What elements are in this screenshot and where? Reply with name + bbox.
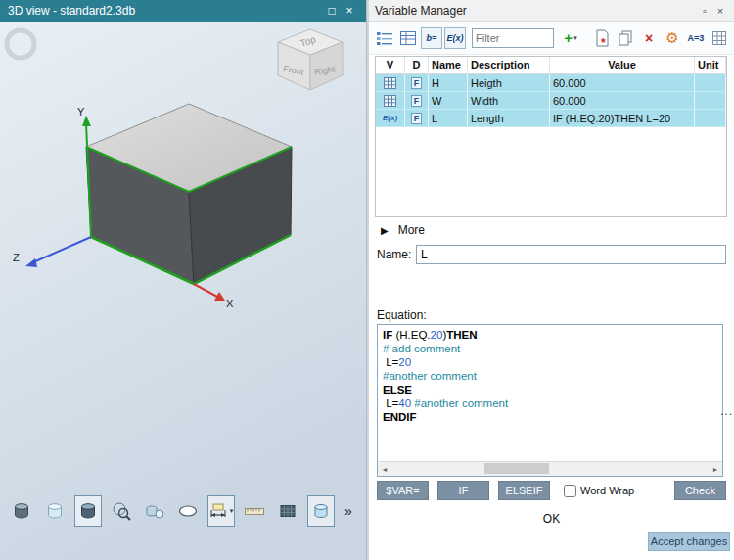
sketch-ellipse-button[interactable]: [174, 495, 202, 527]
equation-actions: $VAR= IF ELSEIF Word Wrap Check: [377, 481, 726, 500]
section-hatch-button[interactable]: [274, 495, 301, 527]
variable-toolbar: b= E(x) + ▾ * × ⚙ A=3: [369, 22, 734, 55]
cell-description: Heigth: [468, 74, 550, 91]
y-axis-label: Y: [77, 106, 85, 117]
table-row[interactable]: E(x)FLLengthIF (H.EQ.20)THEN L=20: [376, 110, 726, 127]
x-axis-label: X: [226, 298, 234, 309]
equation-editor[interactable]: IF (H.EQ.20)THEN# add comment L=20#anoth…: [378, 325, 722, 461]
formula-flag: F: [411, 95, 423, 107]
panel-close-icon[interactable]: ×: [712, 5, 728, 17]
3d-view-panel: 3D view - standard2.3db □ × Top: [0, 0, 366, 560]
variable-manager-panel: Variable Manager ▫ × b= E(x) + ▾: [369, 0, 734, 560]
column-header-v[interactable]: V: [376, 57, 405, 73]
restore-icon[interactable]: ▫: [697, 5, 712, 17]
list-view-icon[interactable]: [374, 27, 395, 49]
variables-table-header: V D Name Description Value Unit: [376, 57, 726, 74]
equation-ellipsis-button[interactable]: ...: [720, 404, 733, 418]
shaded-edges-view-button[interactable]: [74, 495, 102, 527]
equation-hscrollbar[interactable]: ◄ ►: [378, 461, 722, 476]
variable-table-body: FHHeigth60.000FWWidth60.000E(x)FLLengthI…: [376, 74, 726, 127]
3d-view-titlebar: 3D view - standard2.3db □ ×: [0, 0, 366, 22]
cell-value: IF (H.EQ.20)THEN L=20: [550, 110, 695, 126]
word-wrap-checkbox[interactable]: [564, 485, 576, 497]
equation-line: IF (H.EQ.20)THEN: [383, 328, 717, 342]
add-dropdown-icon: ▾: [573, 34, 577, 42]
more-expander[interactable]: ▶ More: [381, 223, 425, 237]
dimension-tool-button[interactable]: ▾: [207, 495, 235, 527]
variable-manager-header: Variable Manager ▫ ×: [369, 0, 734, 22]
cell-unit: [695, 92, 726, 109]
equation-line: ENDIF: [383, 410, 717, 424]
edit-variable-icon[interactable]: *: [591, 27, 613, 49]
viewport-background: [0, 22, 366, 560]
ok-button[interactable]: OK: [369, 512, 734, 526]
shading-options-button[interactable]: [141, 495, 168, 527]
cell-description: Width: [468, 92, 550, 109]
equation-line: #another comment: [383, 369, 717, 383]
evaluate-icon[interactable]: A=3: [685, 27, 707, 49]
table-view-icon[interactable]: [397, 27, 419, 49]
variables-table: V D Name Description Value Unit FHHeigth…: [375, 56, 727, 217]
view-toolbar: ▾ »: [8, 495, 352, 527]
equation-editor-frame: IF (H.EQ.20)THEN# add comment L=20#anoth…: [377, 324, 723, 477]
equation-line: L=20: [383, 355, 717, 369]
copy-variable-icon[interactable]: [615, 27, 636, 49]
shaded-view-button[interactable]: [8, 495, 35, 527]
settings-gear-icon[interactable]: ⚙: [662, 27, 683, 49]
equation-line: ELSE: [383, 383, 717, 397]
toolbar-overflow-chevron[interactable]: »: [344, 503, 352, 519]
plus-icon: +: [564, 29, 573, 46]
add-variable-button[interactable]: + ▾: [560, 27, 581, 49]
cell-value: 60.000: [550, 74, 695, 91]
scroll-right-icon[interactable]: ►: [709, 462, 722, 476]
close-icon[interactable]: ×: [341, 0, 358, 22]
expander-arrow-icon: ▶: [381, 225, 389, 236]
cell-v-icon: [376, 92, 405, 109]
cell-unit: [695, 110, 726, 126]
cell-name: H: [429, 74, 468, 91]
insert-var-button[interactable]: $VAR=: [377, 481, 429, 500]
check-button[interactable]: Check: [674, 481, 726, 500]
show-expressions-toggle[interactable]: E(x): [444, 27, 466, 49]
grid-options-icon[interactable]: [709, 27, 730, 49]
filter-input[interactable]: [472, 28, 554, 48]
clipping-view-button[interactable]: [307, 495, 335, 527]
application-window: 3D view - standard2.3db □ × Top: [0, 0, 734, 560]
column-header-unit[interactable]: Unit: [695, 57, 726, 73]
3d-viewport[interactable]: Top Front Right Y Z: [0, 22, 366, 560]
3d-view-title: 3D view - standard2.3db: [8, 4, 323, 18]
value-grid-icon: [384, 95, 396, 107]
name-label: Name:: [377, 248, 416, 261]
scroll-left-icon[interactable]: ◄: [378, 462, 391, 476]
cell-name: W: [429, 92, 468, 109]
column-header-value[interactable]: Value: [550, 57, 695, 73]
word-wrap-control: Word Wrap: [564, 485, 634, 497]
svg-text:*: *: [601, 36, 606, 48]
ruler-tool-button[interactable]: [241, 495, 268, 527]
cell-v-icon: E(x): [376, 110, 405, 126]
table-row[interactable]: FWWidth60.000: [376, 92, 726, 110]
insert-elseif-button[interactable]: ELSEIF: [498, 481, 550, 500]
z-axis-label: Z: [13, 252, 20, 263]
show-values-toggle[interactable]: b=: [421, 27, 442, 49]
zoom-tool-button[interactable]: [108, 495, 135, 527]
scrollbar-thumb[interactable]: [484, 463, 549, 474]
cell-value: 60.000: [550, 92, 695, 109]
value-grid-icon: [384, 77, 396, 89]
table-row[interactable]: FHHeigth60.000: [376, 74, 726, 92]
variable-manager-title: Variable Manager: [375, 4, 697, 18]
transparent-view-button[interactable]: [41, 495, 69, 527]
scrollbar-track[interactable]: [391, 462, 709, 476]
column-header-name[interactable]: Name: [429, 57, 468, 73]
column-header-d[interactable]: D: [405, 57, 429, 73]
dimension-dropdown-icon[interactable]: ▾: [230, 507, 234, 515]
equation-line: L=40 #another comment: [383, 397, 717, 410]
insert-if-button[interactable]: IF: [437, 481, 489, 500]
delete-variable-icon[interactable]: ×: [638, 27, 660, 49]
column-header-description[interactable]: Description: [468, 57, 550, 73]
name-input[interactable]: [416, 245, 726, 264]
maximize-icon[interactable]: □: [323, 0, 341, 22]
cell-driven: F: [405, 92, 429, 109]
accept-changes-button[interactable]: Accept changes: [648, 532, 730, 551]
name-row: Name:: [377, 245, 726, 264]
